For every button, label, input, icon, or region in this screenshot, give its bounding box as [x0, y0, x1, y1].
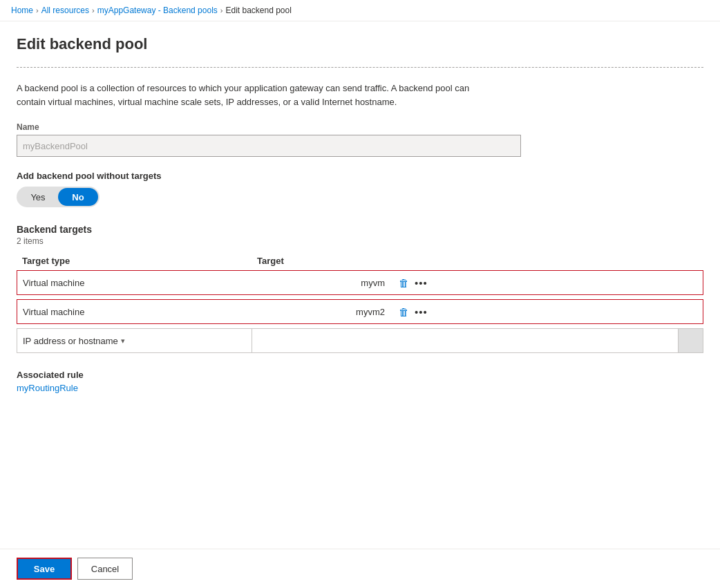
add-target-button[interactable] [678, 329, 703, 352]
chevron-down-icon: ▾ [121, 336, 125, 345]
associated-rule-title: Associated rule [17, 370, 703, 380]
row2-target-type: Virtual machine [17, 301, 252, 323]
breadcrumb-current: Edit backend pool [225, 6, 291, 15]
col-target: Target [257, 256, 395, 266]
toggle-no[interactable]: No [58, 188, 98, 206]
table-row: Virtual machine myvm 🗑 ••• [17, 270, 703, 295]
breadcrumb-sep-2: › [92, 6, 95, 15]
row1-actions: 🗑 ••• [390, 272, 703, 294]
cancel-button[interactable]: Cancel [77, 558, 133, 580]
toggle-backend-pool[interactable]: Yes No [17, 187, 100, 207]
footer: Save Cancel [0, 549, 720, 588]
backend-targets-title: Backend targets [17, 224, 703, 235]
row1-target-type: Virtual machine [17, 272, 252, 294]
row2-target: myvm2 [252, 301, 390, 323]
associated-rule-section: Associated rule myRoutingRule [17, 370, 703, 393]
row2-actions: 🗑 ••• [390, 301, 703, 323]
breadcrumb-sep-3: › [220, 6, 223, 15]
toggle-yes[interactable]: Yes [18, 188, 58, 206]
save-button[interactable]: Save [17, 558, 72, 580]
row1-target: myvm [252, 272, 390, 294]
row2-delete-icon[interactable]: 🗑 [399, 306, 409, 318]
breadcrumb-app-gateway[interactable]: myAppGateway - Backend pools [97, 6, 218, 15]
divider [17, 67, 703, 68]
row2-more-icon[interactable]: ••• [415, 306, 428, 318]
breadcrumb-home[interactable]: Home [11, 6, 33, 15]
row1-more-icon[interactable]: ••• [415, 277, 428, 289]
description-text: A backend pool is a collection of resour… [17, 82, 486, 108]
table-row: Virtual machine myvm2 🗑 ••• [17, 299, 703, 324]
breadcrumb-all-resources[interactable]: All resources [41, 6, 89, 15]
target-value-input[interactable] [252, 329, 678, 352]
name-label: Name [17, 122, 703, 132]
col-actions [395, 256, 698, 266]
add-target-row: IP address or hostname ▾ [17, 328, 703, 353]
target-type-select-label: IP address or hostname [23, 336, 118, 346]
col-target-type: Target type [22, 256, 257, 266]
associated-rule-link[interactable]: myRoutingRule [17, 383, 78, 393]
page-title: Edit backend pool [17, 35, 703, 53]
breadcrumb: Home › All resources › myAppGateway - Ba… [0, 0, 720, 21]
breadcrumb-sep-1: › [36, 6, 39, 15]
row1-delete-icon[interactable]: 🗑 [399, 277, 409, 289]
toggle-section-label: Add backend pool without targets [17, 171, 703, 181]
name-input[interactable] [17, 135, 521, 157]
target-type-select[interactable]: IP address or hostname ▾ [17, 329, 252, 352]
items-count: 2 items [17, 236, 703, 246]
table-header: Target type Target [17, 252, 703, 270]
